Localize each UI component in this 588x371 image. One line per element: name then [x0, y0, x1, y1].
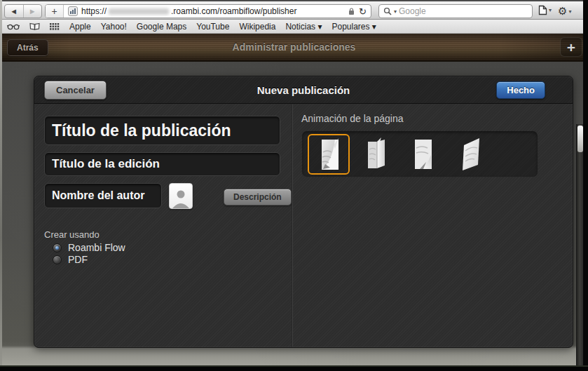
panel-divider [292, 104, 293, 347]
browser-chrome: ◄ ► + https://.roambi.com/roambiflow/pub… [0, 0, 588, 20]
bookmark-yahoo[interactable]: Yahoo! [101, 22, 127, 32]
app-toolbar: Administrar publicaciones Atrás + [0, 34, 588, 62]
forward-button[interactable]: ► [23, 5, 42, 18]
bookmark-google-maps[interactable]: Google Maps [137, 22, 186, 32]
done-button[interactable]: Hecho [496, 81, 545, 99]
settings-caret-icon: ▾ [568, 8, 571, 15]
author-name-input[interactable] [44, 183, 162, 208]
page-slide-icon [457, 137, 484, 172]
window-right-edge [583, 0, 588, 371]
page-menu-caret-icon: ▾ [549, 7, 552, 13]
lock-icon [348, 8, 355, 15]
page-title: Administrar publicaciones [0, 34, 588, 60]
url-text: https://.roambi.com/roambiflow/publisher [81, 6, 296, 16]
page-flip-icon [363, 137, 388, 172]
cancel-button[interactable]: Cancelar [44, 81, 107, 100]
publication-title-input[interactable] [44, 116, 280, 145]
search-caret-icon: ▾ [394, 8, 397, 15]
page-icon [538, 5, 547, 15]
window-bottom-edge [0, 365, 588, 371]
reading-list-icon[interactable] [7, 23, 20, 30]
add-publication-button[interactable]: + [560, 37, 582, 57]
bookmark-youtube[interactable]: YouTube [196, 22, 229, 32]
create-option-roambi-flow[interactable]: Roambi Flow [53, 242, 125, 253]
new-publication-dialog: Nueva publicación Cancelar Hecho [34, 76, 573, 348]
bookmark-wikipedia[interactable]: Wikipedia [239, 22, 275, 32]
plus-icon: + [567, 40, 575, 55]
radio-label: PDF [68, 254, 88, 265]
reload-icon[interactable]: ↻ [359, 6, 367, 17]
settings-menu-button[interactable]: ⚙ ▾ [558, 5, 571, 18]
create-option-pdf[interactable]: PDF [53, 254, 88, 265]
description-button[interactable]: Descripción [224, 189, 292, 205]
animation-option-page-flip[interactable] [355, 134, 397, 175]
radio-label: Roambi Flow [68, 242, 125, 253]
create-using-label: Crear usando [44, 229, 100, 240]
dialog-header: Nueva publicación Cancelar Hecho [34, 76, 573, 104]
vertical-scrollbar[interactable] [576, 124, 583, 371]
animation-option-page-curl[interactable] [308, 134, 350, 175]
site-favicon-icon [68, 6, 78, 16]
radio-selected-icon[interactable] [53, 243, 62, 252]
top-sites-grid-icon[interactable] [50, 23, 60, 30]
dialog-body: Descripción Crear usando Roambi Flow PDF… [34, 104, 573, 347]
new-tab-button[interactable]: + [46, 5, 64, 18]
browser-window: ◄ ► + https://.roambi.com/roambiflow/pub… [0, 0, 588, 371]
author-image-button[interactable] [169, 183, 193, 209]
animation-option-corner-peel[interactable] [402, 134, 444, 175]
bookmarks-bar: Apple Yahoo! Google Maps YouTube Wikiped… [0, 20, 588, 34]
search-input[interactable]: ▾ Google [378, 4, 533, 18]
scrollbar-thumb[interactable] [577, 126, 583, 152]
forward-icon: ► [29, 7, 36, 15]
animation-option-page-slide[interactable] [449, 134, 492, 175]
back-icon: ◄ [10, 7, 18, 15]
person-icon [170, 187, 191, 208]
radio-unselected-icon[interactable] [53, 255, 62, 264]
search-placeholder: Google [399, 6, 426, 16]
back-button[interactable]: ◄ [5, 5, 23, 18]
corner-peel-icon [410, 137, 435, 172]
back-to-publications-button[interactable]: Atrás [7, 39, 48, 56]
search-icon [383, 7, 392, 15]
bookmark-populares-menu[interactable]: Populares ▾ [331, 22, 376, 32]
page-background: Nueva publicación Cancelar Hecho [0, 62, 588, 365]
gear-icon: ⚙ [558, 5, 567, 18]
edition-title-input[interactable] [44, 152, 280, 176]
nav-button-group: ◄ ► [4, 4, 42, 18]
new-page-menu-button[interactable]: ▾ [538, 5, 552, 15]
bookmarks-book-icon[interactable] [29, 22, 40, 30]
bookmark-apple[interactable]: Apple [69, 22, 91, 32]
page-animation-label: Animación de la página [301, 113, 404, 124]
plus-icon: + [51, 6, 57, 17]
bookmark-noticias-menu[interactable]: Noticias ▾ [285, 22, 322, 32]
redacted-url-segment [109, 8, 169, 15]
page-curl-icon [316, 137, 341, 172]
dialog-title: Nueva publicación [34, 76, 573, 104]
address-bar[interactable]: + https://.roambi.com/roambiflow/publish… [45, 4, 371, 18]
window-left-edge [0, 0, 2, 365]
page-animation-picker [301, 130, 538, 177]
